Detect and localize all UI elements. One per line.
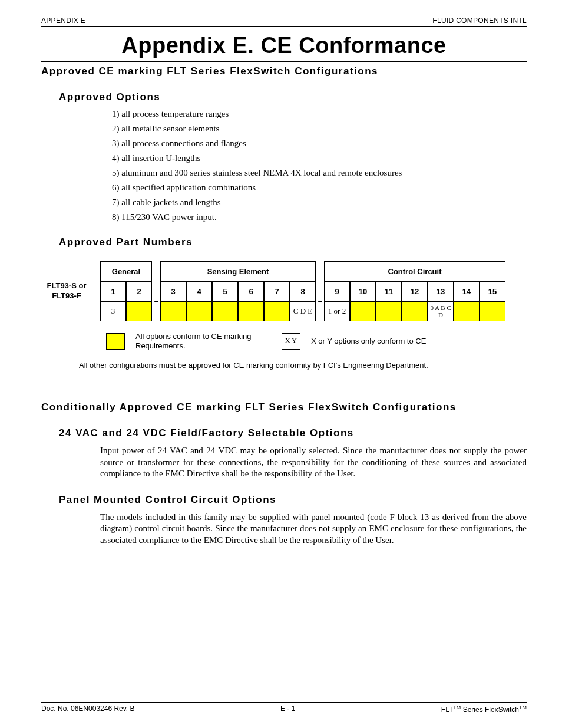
page-title: Appendix E. CE Conformance [41, 33, 527, 62]
section-24v: 24 VAC and 24 VDC Field/Factory Selectab… [59, 427, 527, 439]
list-item: 8) 115/230 VAC power input. [112, 212, 527, 222]
cell-val [264, 301, 290, 321]
spacer [316, 261, 324, 281]
legend-swatch-xy: X Y [282, 333, 300, 350]
col-num: 15 [480, 281, 505, 301]
list-item: 3) all process connections and flanges [112, 139, 527, 149]
section-conditional: Conditionally Approved CE marking FLT Se… [41, 401, 527, 413]
col-num: 11 [376, 281, 402, 301]
cell-val [126, 301, 152, 321]
section-panel: Panel Mounted Control Circuit Options [59, 494, 527, 506]
list-item: 1) all process temperature ranges [112, 109, 527, 119]
section-approved-config: Approved CE marking FLT Series FlexSwitc… [41, 65, 527, 77]
cell-val [350, 301, 376, 321]
dash-icon: – [152, 281, 160, 321]
footer-right: FLTTM Series FlexSwitchTM [441, 704, 527, 714]
col-num: 8 [290, 281, 316, 301]
page-header: APPENDIX E FLUID COMPONENTS INTL [41, 17, 527, 27]
col-num: 10 [350, 281, 376, 301]
col-num: 3 [160, 281, 186, 301]
col-num: 5 [212, 281, 238, 301]
section-approved-parts: Approved Part Numbers [59, 236, 527, 248]
table-row: General Sensing Element Control Circuit [100, 261, 505, 281]
col-num: 6 [238, 281, 264, 301]
group-control: Control Circuit [324, 261, 505, 281]
cell-val [402, 301, 428, 321]
cell-val [212, 301, 238, 321]
part-number-table: General Sensing Element Control Circuit … [100, 261, 505, 321]
header-left: APPENDIX E [41, 17, 85, 25]
cell-val [238, 301, 264, 321]
cell-val [160, 301, 186, 321]
col-num: 12 [402, 281, 428, 301]
cell-val [480, 301, 505, 321]
col-num: 9 [324, 281, 350, 301]
list-item: 5) aluminum and 300 series stainless ste… [112, 168, 527, 178]
cell-val: 0 A B C D [428, 301, 454, 321]
dash-icon: – [316, 281, 324, 321]
config-note: All other configurations must be approve… [79, 361, 527, 370]
tm-icon: TM [519, 704, 527, 710]
col-num: 1 [100, 281, 126, 301]
col-num: 14 [454, 281, 480, 301]
cell-val: 1 or 2 [324, 301, 350, 321]
legend-swatch-yellow [106, 333, 125, 350]
list-item: 2) all metallic sensor elements [112, 124, 527, 134]
footer-center: E - 1 [280, 704, 295, 714]
legend: All options conform to CE marking Requir… [106, 332, 527, 350]
cell-val [454, 301, 480, 321]
header-right: FLUID COMPONENTS INTL [432, 17, 527, 25]
list-item: 6) all specified application combination… [112, 183, 527, 193]
row-label: FLT93-S or FLT93-F [41, 281, 92, 301]
cell-val [186, 301, 212, 321]
table-row: 3 C D E 1 or 2 0 A B C D [100, 301, 505, 321]
cell-val [376, 301, 402, 321]
legend-text-b: X or Y options only conform to CE [311, 337, 426, 345]
options-list: 1) all process temperature ranges 2) all… [41, 109, 527, 222]
footer-left: Doc. No. 06EN003246 Rev. B [41, 704, 135, 714]
list-item: 7) all cable jackets and lengths [112, 197, 527, 207]
paragraph-24v: Input power of 24 VAC and 24 VDC may be … [100, 445, 527, 480]
cell-val: C D E [290, 301, 316, 321]
col-num: 13 [428, 281, 454, 301]
list-item: 4) all insertion U-lengths [112, 153, 527, 163]
paragraph-panel: The models included in this family may b… [100, 512, 527, 546]
cell-val: 3 [100, 301, 126, 321]
table-row: 1 2 – 3 4 5 6 7 8 – 9 10 11 12 13 14 15 [100, 281, 505, 301]
page: APPENDIX E FLUID COMPONENTS INTL Appendi… [0, 0, 562, 728]
col-num: 7 [264, 281, 290, 301]
group-general: General [100, 261, 152, 281]
spacer [152, 261, 160, 281]
tm-icon: TM [453, 704, 461, 710]
col-num: 4 [186, 281, 212, 301]
legend-text-a: All options conform to CE marking Requir… [135, 332, 271, 350]
col-num: 2 [126, 281, 152, 301]
part-number-table-wrap: FLT93-S or FLT93-F General Sensing Eleme… [41, 261, 527, 321]
group-sensing: Sensing Element [160, 261, 316, 281]
page-footer: Doc. No. 06EN003246 Rev. B E - 1 FLTTM S… [41, 702, 527, 714]
section-approved-options: Approved Options [59, 91, 527, 103]
